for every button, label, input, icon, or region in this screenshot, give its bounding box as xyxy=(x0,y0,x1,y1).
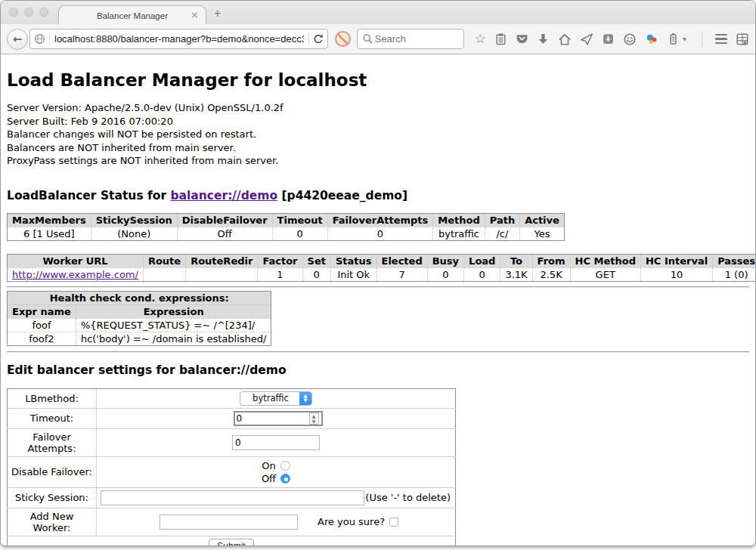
form-row-disable-failover: Disable Failover: On Off xyxy=(8,456,456,487)
send-tab-icon[interactable] xyxy=(580,32,593,46)
cell-timeout: 0 xyxy=(272,227,327,240)
worker-url-link[interactable]: http://www.example.com/ xyxy=(12,269,138,280)
cell-worker-url: http://www.example.com/ xyxy=(8,267,144,281)
server-built-line: Server Built: Feb 9 2016 07:00:20 xyxy=(7,115,749,128)
bookmark-star-icon[interactable]: ☆ xyxy=(475,32,486,45)
col-expr-name: Expr name xyxy=(8,304,76,318)
col-expression: Expression xyxy=(76,304,271,318)
failover-attempts-label: Failover Attempts: xyxy=(8,428,97,456)
reading-list-icon[interactable] xyxy=(494,32,507,45)
failover-attempts-input[interactable] xyxy=(232,435,320,450)
extension-dots-icon[interactable] xyxy=(645,32,658,46)
edit-settings-heading: Edit balancer settings for balancer://de… xyxy=(7,363,749,377)
close-window-button[interactable] xyxy=(9,8,18,17)
col-status: Status xyxy=(330,254,376,267)
status-heading-prefix: LoadBalancer Status for xyxy=(7,189,170,202)
url-bar[interactable] xyxy=(29,29,328,49)
grid-panel-icon[interactable] xyxy=(736,32,749,46)
are-you-sure-checkbox[interactable] xyxy=(389,518,398,527)
table-title-row: Health check cond. expressions: xyxy=(8,291,271,304)
cell-active: Yes xyxy=(520,227,565,240)
site-identity-globe-icon[interactable] xyxy=(33,32,46,45)
col-elected: Elected xyxy=(376,254,427,267)
reload-icon[interactable] xyxy=(312,33,324,45)
lbmethod-selected-value: bytraffic xyxy=(240,393,299,403)
col-routeredir: RouteRedir xyxy=(186,254,258,267)
search-input[interactable] xyxy=(373,32,459,45)
sticky-session-label: Sticky Session: xyxy=(8,487,97,508)
col-passes: Passes xyxy=(713,254,755,267)
col-maxmembers: MaxMembers xyxy=(8,213,91,227)
col-busy: Busy xyxy=(427,254,463,267)
cell-expr-name: foof2 xyxy=(8,332,76,345)
cell-hc-interval: 10 xyxy=(640,267,712,281)
form-row-failover-attempts: Failover Attempts: xyxy=(8,428,456,456)
table-row: foof %{REQUEST_STATUS} =~ /^[234]/ xyxy=(8,318,271,332)
back-arrow-icon: ← xyxy=(13,32,23,46)
home-icon[interactable] xyxy=(558,32,572,46)
search-bar[interactable] xyxy=(357,29,464,49)
form-row-add-worker: Add New Worker: Are you sure? xyxy=(8,508,456,536)
pocket-icon[interactable] xyxy=(516,32,528,45)
chevron-down-icon[interactable]: ▾ xyxy=(683,32,686,45)
add-worker-input[interactable] xyxy=(160,514,298,530)
table-row: 6 [1 Used] (None) Off 0 0 bytraffic /c/ … xyxy=(8,227,565,240)
urlbar-divider xyxy=(308,32,309,45)
back-button[interactable]: ← xyxy=(7,29,28,50)
cell-elected: 7 xyxy=(376,267,427,281)
failover-off-radio[interactable] xyxy=(280,474,290,484)
cell-hc-method: GET xyxy=(570,267,640,281)
col-factor: Factor xyxy=(258,254,302,267)
page-content: Load Balancer Manager for localhost Serv… xyxy=(1,54,755,546)
col-worker-url: Worker URL xyxy=(8,254,144,267)
col-route: Route xyxy=(143,254,185,267)
minimize-window-button[interactable] xyxy=(24,8,33,17)
cell-path: /c/ xyxy=(485,227,519,240)
health-check-title: Health check cond. expressions: xyxy=(8,291,271,304)
tab-title: Balancer Manager xyxy=(97,11,168,20)
number-spinner-icon[interactable]: ▲▼ xyxy=(309,412,319,425)
submit-button[interactable]: Submit xyxy=(209,539,253,547)
cell-expr-name: foof xyxy=(8,318,76,332)
cell-disablefailover: Off xyxy=(177,227,272,240)
col-to: To xyxy=(500,254,532,267)
cell-from: 2.5K xyxy=(532,267,570,281)
lbmethod-label: LBmethod: xyxy=(8,388,97,408)
persist-warning-line: Balancer changes will NOT be persisted o… xyxy=(7,128,749,141)
menu-hamburger-icon[interactable] xyxy=(715,34,727,44)
window-controls xyxy=(9,8,48,17)
urlbar-divider xyxy=(49,32,50,45)
zoom-window-button[interactable] xyxy=(39,8,48,17)
feedback-smiley-icon[interactable] xyxy=(623,32,637,46)
cell-route xyxy=(143,267,185,281)
cell-load: 0 xyxy=(464,267,500,281)
url-input[interactable] xyxy=(53,32,305,45)
sticky-session-input[interactable] xyxy=(101,490,364,505)
col-stickysession: StickySession xyxy=(91,213,177,227)
page-title: Load Balancer Manager for localhost xyxy=(7,70,749,90)
failover-on-radio[interactable] xyxy=(280,461,290,471)
title-bar: Balancer Manager × + xyxy=(1,1,755,24)
health-check-table: Health check cond. expressions: Expr nam… xyxy=(7,291,271,346)
cell-failoverattempts: 0 xyxy=(327,227,433,240)
downloads-icon[interactable] xyxy=(537,32,550,45)
new-tab-button[interactable]: + xyxy=(214,7,221,20)
col-hc-method: HC Method xyxy=(570,254,640,267)
content-blocker-icon[interactable] xyxy=(335,31,351,47)
form-row-lbmethod: LBmethod: bytraffic ▲▼ xyxy=(8,388,456,408)
balancer-demo-link[interactable]: balancer://demo xyxy=(170,189,277,202)
import-square-icon[interactable] xyxy=(602,32,615,45)
battery-extension-icon[interactable] xyxy=(667,32,680,45)
edit-balancer-form: LBmethod: bytraffic ▲▼ Timeout: ▲▼ Failo… xyxy=(7,388,456,547)
balancer-status-table: MaxMembers StickySession DisableFailover… xyxy=(7,213,565,241)
col-from: From xyxy=(532,254,570,267)
divider xyxy=(7,351,749,353)
col-path: Path xyxy=(485,213,519,227)
browser-tab[interactable]: Balancer Manager × xyxy=(58,5,206,25)
close-tab-icon[interactable]: × xyxy=(191,9,199,21)
select-stepper-icon: ▲▼ xyxy=(299,391,311,406)
loadbalancer-status-heading: LoadBalancer Status for balancer://demo … xyxy=(7,189,749,202)
lbmethod-select[interactable]: bytraffic ▲▼ xyxy=(240,391,312,406)
col-active: Active xyxy=(520,213,565,227)
proxypass-inherit-line: ProxyPass settings are NOT inherited fro… xyxy=(7,154,749,168)
